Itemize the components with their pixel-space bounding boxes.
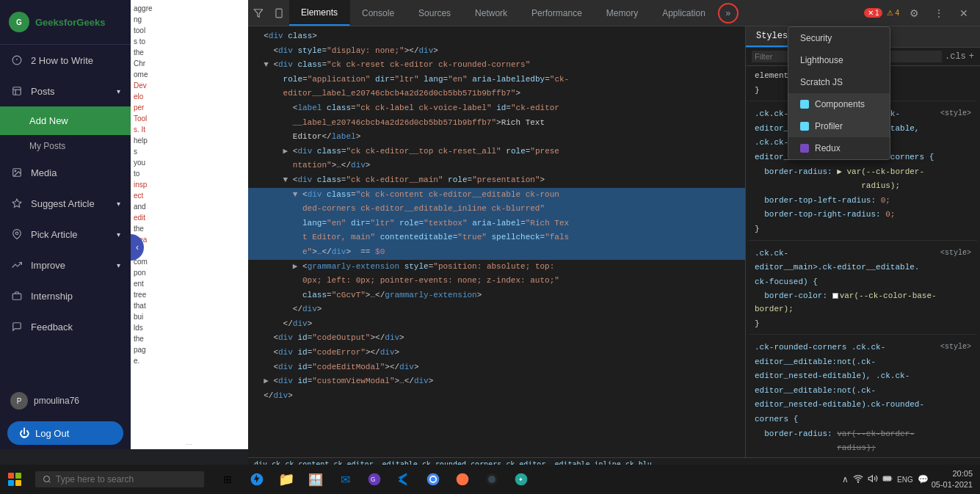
tab-performance[interactable]: Performance — [520, 0, 595, 26]
code-line: Editor</label> — [248, 130, 745, 145]
tab-sources[interactable]: Sources — [407, 0, 463, 26]
search-icon — [43, 475, 51, 484]
svg-point-7 — [15, 170, 16, 172]
border-color-cont: editor__main>.ck-editor__editable. — [749, 261, 977, 275]
sidebar-item-media[interactable]: Media — [0, 157, 131, 188]
device-toggle-icon[interactable] — [269, 3, 289, 23]
tab-console[interactable]: Console — [350, 0, 407, 26]
add-style-button[interactable]: + — [969, 51, 974, 62]
logo-text: GeeksforGeeks — [35, 17, 105, 28]
chevron-left-icon: ‹ — [136, 242, 139, 253]
start-button[interactable] — [0, 465, 29, 494]
dropdown-item-components[interactable]: Components — [788, 93, 890, 115]
redux-dot-icon — [800, 144, 809, 153]
dropdown-item-redux[interactable]: Redux — [788, 137, 890, 159]
date-display: 05-01-2021 — [932, 479, 973, 490]
taskbar-explorer-icon[interactable]: 📁 — [275, 468, 298, 491]
taskbar-icon-black[interactable] — [480, 468, 504, 491]
dropdown-item-scratch-js[interactable]: Scratch JS — [788, 71, 890, 93]
code-line: <div id="codeError"></div> — [248, 346, 745, 360]
code-line-selected: lang="en" dir="ltr" role="textbox" aria-… — [248, 217, 745, 231]
more-tabs-button[interactable]: » — [718, 3, 738, 23]
devtools-code-panel[interactable]: <div class> <div style="display: none;">… — [248, 26, 745, 457]
more-options-icon[interactable]: ⋮ — [929, 3, 949, 23]
taskbar-task-view-icon[interactable]: ⊞ — [216, 468, 239, 491]
border-radius-prop: border-radius: ▶ var(--ck-border- — [749, 165, 977, 180]
taskbar-icon-1[interactable]: G — [363, 468, 386, 491]
volume-icon[interactable] — [868, 473, 878, 486]
close-devtools-button[interactable]: ✕ — [954, 3, 974, 23]
taskbar-vscode-icon[interactable] — [392, 468, 415, 491]
notification-icon[interactable]: 💬 — [918, 474, 929, 484]
sidebar-item-how-to-write[interactable]: 2 How to Write — [0, 45, 131, 76]
react-dot-icon — [800, 100, 809, 109]
code-line: <div id="codeEditModal"></div> — [248, 360, 745, 375]
dropdown-item-security[interactable]: Security — [788, 27, 890, 49]
style-rule-2-cont5: corners { — [749, 413, 977, 427]
taskbar-chrome-icon[interactable] — [421, 468, 445, 491]
sidebar-item-add-new[interactable]: Add New — [0, 106, 131, 135]
code-line: ▼ <div class="ck ck-reset ck-editor ck-r… — [248, 58, 745, 73]
sidebar-item-suggest-article[interactable]: Suggest Article ▾ — [0, 188, 131, 219]
sidebar-item-posts[interactable]: Posts ▾ — [0, 76, 131, 106]
style-rule-2-cont: editor__editable:not(.ck- — [749, 355, 977, 370]
tab-application[interactable]: Application — [650, 0, 718, 26]
color-swatch — [832, 293, 838, 299]
taskbar-store-icon[interactable]: 🪟 — [304, 468, 327, 491]
sidebar: G GeeksforGeeks 2 How to Write Posts ▾ A… — [0, 0, 131, 449]
cursor-icon[interactable] — [248, 3, 269, 23]
code-line: ▼ <div class="ck ck-editor__main" role="… — [248, 173, 745, 188]
sidebar-item-internship[interactable]: Internship — [0, 280, 131, 311]
svg-rect-3 — [13, 87, 21, 95]
improve-icon — [10, 258, 23, 272]
sidebar-user: P pmoulina76 — [0, 385, 131, 417]
suggest-article-icon — [10, 197, 23, 210]
code-line-selected: ▼ <div class="ck ck-content ck-editor__e… — [248, 188, 745, 203]
dropdown-item-lighthouse[interactable]: Lighthouse — [788, 49, 890, 71]
sidebar-item-pick-article[interactable]: Pick Article ▾ — [0, 219, 131, 250]
filter-icons: .cls + — [945, 51, 974, 62]
taskbar-system-icons: ∧ ENG 💬 — [842, 473, 929, 486]
middle-panel: aggrengtools totheChromeDeveloperTools. … — [131, 0, 248, 449]
style-rule-2-cont4: editor_nested-editable).ck-rounded- — [749, 398, 977, 413]
style-rule-2: .ck-rounded-corners .ck.ck- <style> edit… — [749, 341, 977, 457]
taskbar-search-box[interactable] — [35, 471, 204, 487]
settings-icon[interactable]: ⚙ — [904, 3, 924, 23]
tab-memory[interactable]: Memory — [595, 0, 650, 26]
dropdown-item-profiler[interactable]: Profiler — [788, 115, 890, 137]
posts-icon — [10, 84, 23, 98]
taskbar-icon-orange[interactable] — [451, 468, 474, 491]
sidebar-item-my-posts[interactable]: My Posts — [0, 135, 131, 157]
code-line: 0px; left: 0px; pointer-events: none; z-… — [248, 274, 745, 288]
taskbar-edge-icon[interactable] — [245, 468, 269, 491]
tab-network[interactable]: Network — [463, 0, 520, 26]
redux-label: Redux — [815, 143, 841, 153]
code-line: <div class> — [248, 29, 745, 44]
error-count: 1 — [875, 9, 879, 17]
network-icon[interactable] — [853, 473, 863, 486]
chevron-up-icon[interactable]: ∧ — [842, 474, 849, 484]
logout-button[interactable]: ⏻ Log Out — [7, 421, 123, 445]
sidebar-item-improve[interactable]: Improve ▾ — [0, 250, 131, 280]
svg-point-9 — [15, 232, 18, 235]
tab-elements[interactable]: Elements — [289, 0, 350, 26]
svg-point-19 — [431, 477, 436, 482]
code-line: __label_e20746cbcb4a2d26d0cb5bb571b9bffb… — [248, 116, 745, 131]
internship-label: Internship — [31, 291, 73, 302]
style-rule-2-cont2: editor_nested-editable), .ck.ck- — [749, 369, 977, 384]
cls-button[interactable]: .cls — [945, 51, 966, 62]
style-rule-2-cont3: editor__editable:not(.ck- — [749, 384, 977, 399]
posts-chevron-icon: ▾ — [117, 87, 120, 95]
sidebar-item-feedback[interactable]: Feedback — [0, 311, 131, 342]
style-source: <style> — [940, 108, 971, 120]
taskbar-icon-star[interactable]: ✦ — [509, 468, 533, 491]
suggest-article-chevron-icon: ▾ — [117, 200, 120, 208]
battery-icon — [882, 473, 893, 486]
internship-icon — [10, 289, 23, 302]
warning-triangle-icon: ⚠ — [887, 9, 893, 17]
windows-logo-icon — [8, 473, 21, 486]
taskbar-mail-icon[interactable]: ✉ — [333, 468, 357, 491]
taskbar-search-input[interactable] — [56, 474, 197, 484]
error-badge: ✕ 1 — [864, 8, 883, 18]
border-color-selector: .ck.ck- <style> — [749, 247, 977, 261]
